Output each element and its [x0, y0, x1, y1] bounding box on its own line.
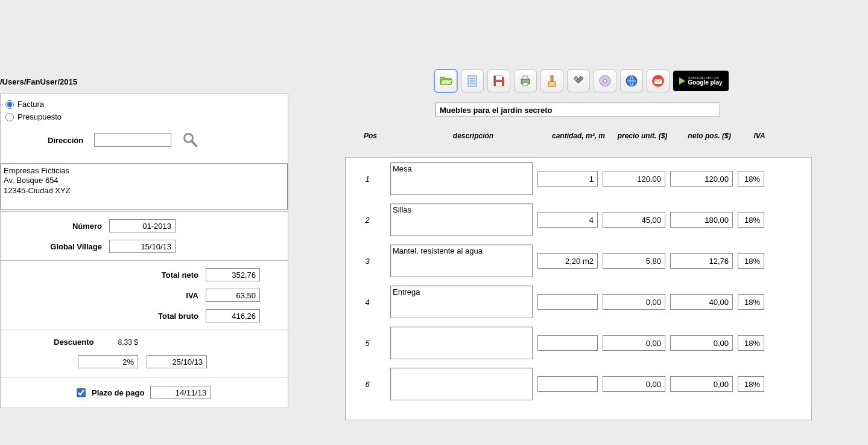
location-label: Global Village	[5, 242, 102, 251]
descuento-amount: 8,33 $	[118, 338, 138, 347]
line-item-row: 1Mesa	[349, 162, 808, 195]
item-quantity-input[interactable]	[537, 212, 598, 228]
svg-rect-6	[496, 76, 502, 80]
item-net-input[interactable]	[670, 171, 733, 187]
item-description-input[interactable]: Sillas	[390, 203, 533, 236]
item-description-input[interactable]: Mantel, resistente al agua	[390, 245, 533, 277]
item-description-input[interactable]	[390, 368, 533, 400]
file-path: /Users/FanUser/2015	[0, 77, 77, 86]
svg-rect-7	[496, 82, 502, 86]
item-iva-input[interactable]	[738, 171, 764, 187]
line-item-row: 2Sillas	[349, 203, 808, 236]
item-pos: 2	[349, 216, 385, 225]
col-pos: Pos	[346, 132, 394, 140]
plazo-label: Plazo de pago	[92, 388, 144, 397]
date-input[interactable]	[109, 240, 176, 253]
search-icon[interactable]	[182, 132, 199, 149]
col-cant: cantidad, m², m	[548, 132, 609, 140]
item-unit-price-input[interactable]	[603, 212, 665, 228]
clean-brush-icon[interactable]	[540, 69, 563, 92]
plazo-checkbox[interactable]	[77, 388, 86, 397]
direccion-input[interactable]	[94, 133, 171, 147]
item-description-input[interactable]: Mesa	[390, 162, 533, 195]
item-unit-price-input[interactable]	[603, 171, 665, 187]
mail-icon[interactable]	[647, 69, 670, 92]
item-description-input[interactable]: Entrega	[390, 286, 533, 318]
item-net-input[interactable]	[670, 376, 733, 392]
descuento-percent-input[interactable]	[78, 355, 138, 368]
invoice-form-panel: Factura Presupuesto Dirección Empresas F…	[0, 94, 288, 408]
line-item-row: 5	[349, 327, 808, 359]
item-quantity-input[interactable]	[537, 376, 598, 392]
item-quantity-input[interactable]	[537, 335, 598, 351]
line-item-row: 6	[349, 368, 808, 400]
presupuesto-label: Presupuesto	[17, 112, 62, 121]
item-quantity-input[interactable]	[537, 253, 598, 269]
col-pu: precio unit. ($)	[609, 132, 676, 140]
disc-icon[interactable]	[594, 69, 616, 92]
svg-rect-9	[523, 76, 528, 79]
line-item-row: 4Entrega	[349, 286, 808, 318]
toolbar: ANDROID APP ONGoogle play	[434, 69, 729, 92]
item-quantity-input[interactable]	[537, 294, 598, 310]
google-play-badge[interactable]: ANDROID APP ONGoogle play	[673, 71, 729, 91]
iva-value: 63,50	[206, 289, 260, 302]
globe-icon[interactable]	[620, 69, 643, 92]
item-pos: 5	[349, 339, 385, 348]
plazo-date-input[interactable]	[150, 386, 211, 399]
col-desc: descripción	[394, 132, 548, 140]
svg-rect-10	[523, 83, 528, 86]
item-net-input[interactable]	[670, 294, 733, 310]
svg-line-1	[192, 141, 197, 146]
col-iva: IVA	[743, 132, 779, 140]
print-icon[interactable]	[514, 69, 537, 92]
item-pos: 1	[349, 174, 385, 184]
numero-label: Número	[5, 222, 102, 231]
settings-icon[interactable]	[567, 69, 590, 92]
item-unit-price-input[interactable]	[603, 335, 665, 351]
column-headers: Pos descripción cantidad, m², m precio u…	[346, 132, 779, 140]
item-pos: 6	[349, 380, 385, 389]
document-icon[interactable]	[461, 69, 484, 92]
item-unit-price-input[interactable]	[603, 376, 665, 392]
item-iva-input[interactable]	[738, 294, 764, 310]
invoice-title-input[interactable]	[436, 103, 720, 117]
item-net-input[interactable]	[670, 212, 733, 228]
descuento-label: Descuento	[54, 338, 93, 347]
item-pos: 3	[349, 257, 385, 266]
item-pos: 4	[349, 298, 385, 307]
svg-point-13	[603, 79, 607, 83]
address-textarea[interactable]: Empresas Ficticias Av. Bosque 654 12345-…	[1, 164, 288, 210]
line-items-container[interactable]: 1Mesa2Sillas3Mantel, resistente al agua4…	[345, 157, 812, 420]
item-net-input[interactable]	[670, 335, 733, 351]
total-bruto-label: Total bruto	[5, 312, 198, 321]
item-iva-input[interactable]	[738, 253, 764, 269]
descuento-date-input[interactable]	[147, 355, 207, 368]
item-iva-input[interactable]	[738, 376, 764, 392]
line-item-row: 3Mantel, resistente al agua	[349, 245, 808, 277]
item-unit-price-input[interactable]	[603, 253, 665, 269]
total-neto-label: Total neto	[5, 271, 198, 280]
factura-radio[interactable]	[5, 100, 14, 109]
item-iva-input[interactable]	[738, 212, 764, 228]
iva-label: IVA	[5, 291, 198, 300]
svg-rect-11	[551, 75, 553, 82]
total-bruto-value: 416,26	[206, 309, 260, 322]
item-quantity-input[interactable]	[537, 171, 598, 187]
item-iva-input[interactable]	[738, 335, 764, 351]
save-icon[interactable]	[487, 69, 510, 92]
open-folder-icon[interactable]	[434, 69, 457, 92]
item-net-input[interactable]	[670, 253, 733, 269]
col-net: neto pos. ($)	[676, 132, 743, 140]
factura-label: Factura	[17, 100, 44, 109]
numero-input[interactable]	[109, 219, 176, 232]
item-description-input[interactable]	[390, 327, 533, 359]
direccion-label: Dirección	[48, 136, 83, 145]
item-unit-price-input[interactable]	[603, 294, 665, 310]
doc-type-section: Factura Presupuesto Dirección	[1, 94, 288, 164]
presupuesto-radio[interactable]	[5, 113, 14, 121]
total-neto-value: 352,76	[206, 268, 260, 281]
